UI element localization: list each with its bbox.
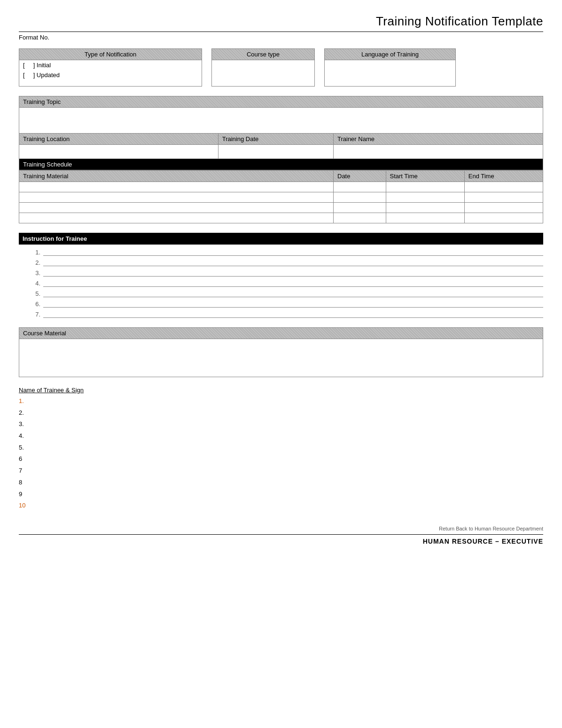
trainee-section: Name of Trainee & Sign 1. 2. 3. 4. 5. 6 …	[19, 387, 543, 512]
list-item: 9	[19, 489, 543, 500]
list-item: 6.	[33, 300, 543, 308]
main-table-wrapper: Training Topic Training Location Trainin…	[19, 96, 543, 223]
instruction-section: Instruction for Trainee 1. 2. 3. 4. 5. 6…	[19, 233, 543, 318]
course-type-box: Course type	[211, 48, 315, 87]
schedule-table: Training Material Date Start Time End Ti…	[19, 170, 543, 223]
notification-initial-label: ] Initial	[33, 62, 51, 69]
bracket-open-1: [	[23, 62, 25, 69]
course-type-header: Course type	[212, 49, 314, 60]
start-4	[386, 213, 464, 223]
list-item: 10	[19, 500, 543, 512]
course-material-header: Course Material	[19, 328, 543, 339]
list-item: 2.	[19, 407, 543, 419]
trainer-name-header: Trainer Name	[333, 134, 543, 145]
course-type-body	[212, 60, 314, 86]
end-time-header: End Time	[464, 171, 543, 182]
training-topic-row	[19, 108, 543, 134]
start-3	[386, 203, 464, 213]
notification-header: Type of Notification	[19, 49, 202, 60]
notification-updated-row: [ ] Updated	[19, 70, 202, 80]
training-location-header: Training Location	[19, 134, 219, 145]
training-location-body	[19, 145, 219, 159]
training-date-body	[218, 145, 333, 159]
training-topic-header-row: Training Topic	[19, 96, 543, 108]
format-no-row: Format No.	[19, 32, 543, 41]
language-box: Language of Training	[324, 48, 456, 87]
date-header: Date	[334, 171, 386, 182]
page-title: Training Notification Template	[19, 14, 543, 29]
table-row	[19, 182, 543, 192]
material-3	[19, 203, 334, 213]
format-no-label: Format No.	[19, 34, 49, 41]
list-item: 7.	[33, 310, 543, 318]
material-2	[19, 192, 334, 203]
schedule-header-row: Training Material Date Start Time End Ti…	[19, 171, 543, 182]
date-4	[334, 213, 386, 223]
end-2	[464, 192, 543, 203]
end-1	[464, 182, 543, 192]
notification-updated-label: ] Updated	[33, 71, 60, 79]
training-date-header: Training Date	[218, 134, 333, 145]
table-row	[19, 203, 543, 213]
footer-divider	[19, 534, 543, 535]
training-schedule-header: Training Schedule	[19, 159, 543, 170]
list-item: 4.	[19, 430, 543, 442]
footer-dept: HUMAN RESOURCE – EXECUTIVE	[19, 538, 543, 545]
end-3	[464, 203, 543, 213]
notification-initial-row: [ ] Initial	[19, 60, 202, 70]
training-material-header: Training Material	[19, 171, 334, 182]
training-topic-body	[19, 108, 543, 134]
date-3	[334, 203, 386, 213]
notification-box: Type of Notification [ ] Initial [ ] Upd…	[19, 48, 202, 87]
footer-return-text: Return Back to Human Resource Department	[19, 526, 543, 531]
training-topic-header: Training Topic	[19, 96, 543, 108]
language-body	[325, 60, 455, 86]
list-item: 8	[19, 477, 543, 489]
start-time-header: Start Time	[386, 171, 464, 182]
list-item: 7	[19, 465, 543, 477]
location-date-trainer-row	[19, 145, 543, 159]
list-item: 1.	[19, 396, 543, 407]
start-1	[386, 182, 464, 192]
course-material-body	[19, 339, 543, 377]
date-1	[334, 182, 386, 192]
list-item: 3.	[33, 269, 543, 277]
list-item: 2.	[33, 259, 543, 266]
training-table: Training Topic Training Location Trainin…	[19, 96, 543, 170]
list-item: 5.	[33, 290, 543, 297]
table-row	[19, 192, 543, 203]
list-item: 3.	[19, 419, 543, 430]
list-item: 6	[19, 453, 543, 465]
trainer-name-body	[333, 145, 543, 159]
trainee-title: Name of Trainee & Sign	[19, 387, 543, 394]
trainee-list: 1. 2. 3. 4. 5. 6 7 8 9 10	[19, 396, 543, 512]
instruction-list: 1. 2. 3. 4. 5. 6. 7.	[19, 248, 543, 318]
list-item: 5.	[19, 442, 543, 454]
instruction-header: Instruction for Trainee	[19, 233, 543, 245]
location-date-trainer-header-row: Training Location Training Date Trainer …	[19, 134, 543, 145]
material-1	[19, 182, 334, 192]
date-2	[334, 192, 386, 203]
language-header: Language of Training	[325, 49, 455, 60]
table-row	[19, 213, 543, 223]
bracket-open-2: [	[23, 71, 25, 79]
list-item: 1.	[33, 248, 543, 256]
training-schedule-row: Training Schedule	[19, 159, 543, 170]
start-2	[386, 192, 464, 203]
list-item: 4.	[33, 279, 543, 287]
end-4	[464, 213, 543, 223]
top-grid: Type of Notification [ ] Initial [ ] Upd…	[19, 48, 543, 87]
material-4	[19, 213, 334, 223]
course-material-box: Course Material	[19, 327, 543, 377]
